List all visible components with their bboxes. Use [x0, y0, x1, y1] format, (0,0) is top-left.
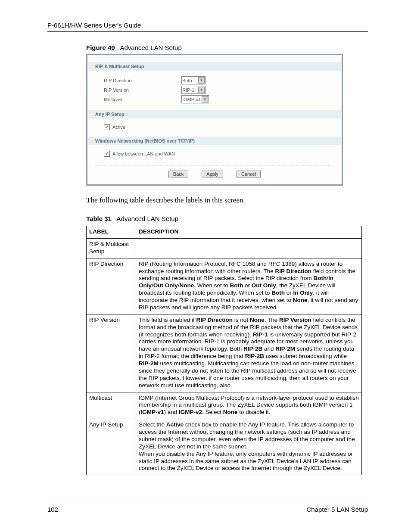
rip-version-select[interactable]: RIP-1 ▼: [181, 86, 206, 94]
figure-title: Advanced LAN Setup: [120, 44, 181, 51]
section-rip-multicast: RIP & Multicast Setup: [88, 62, 341, 71]
table-title: Advanced LAN Setup: [117, 215, 178, 222]
apply-button[interactable]: Apply: [202, 171, 223, 177]
table-row: MulticastIGMP (Internet Group Multicast …: [87, 392, 362, 419]
chevron-down-icon: ▼: [202, 96, 208, 103]
rip-direction-select[interactable]: Both ▼: [181, 76, 206, 84]
cell-label: RIP Direction: [87, 258, 136, 314]
footer-rule: [47, 503, 368, 503]
multicast-select[interactable]: IGMP-v1 ▼: [181, 95, 209, 103]
active-label: Active: [112, 124, 125, 130]
page-number: 102: [47, 506, 58, 513]
table-row: RIP DirectionRIP (Routing Information Pr…: [87, 258, 362, 314]
th-label: LABEL: [87, 226, 136, 239]
header-rule: [47, 31, 368, 32]
cell-description: [136, 238, 362, 258]
cancel-button[interactable]: Cancel: [237, 171, 261, 177]
description-table: LABEL DESCRIPTION RIP & Multicast SetupR…: [86, 226, 362, 475]
chapter-title: Chapter 5 LAN Setup: [306, 506, 368, 513]
chevron-down-icon: ▼: [198, 77, 205, 84]
multicast-label: Multicast: [104, 97, 181, 102]
allow-lan-wan-checkbox[interactable]: ✔: [104, 151, 110, 157]
cell-label: Any IP Setup: [87, 419, 136, 475]
cell-label: Multicast: [87, 392, 136, 419]
table-caption: Table 31 Advanced LAN Setup: [86, 215, 368, 222]
section-windows-networking: Windows Networking (NetBIOS over TCP/IP): [88, 137, 341, 145]
chevron-down-icon: ▼: [198, 87, 205, 93]
table-row: Any IP SetupSelect the Active check box …: [87, 419, 362, 475]
figure-label: Figure 49: [86, 44, 115, 51]
cell-description: IGMP (Internet Group Multicast Protocol)…: [136, 392, 362, 419]
cell-description: RIP (Routing Information Protocol, RFC 1…: [136, 258, 362, 314]
cell-label: RIP Version: [87, 314, 136, 392]
intro-paragraph: The following table describes the labels…: [86, 196, 368, 205]
cell-description: Select the Active check box to enable th…: [136, 419, 362, 475]
cell-description: This field is enabled if RIP Direction i…: [136, 314, 362, 392]
table-row: RIP VersionThis field is enabled if RIP …: [87, 314, 362, 392]
running-header: P-661H/HW Series User's Guide: [47, 22, 368, 29]
table-row: RIP & Multicast Setup: [87, 238, 362, 258]
section-any-ip: Any IP Setup: [88, 110, 341, 118]
back-button[interactable]: Back: [168, 171, 188, 177]
table-label: Table 31: [86, 215, 112, 222]
th-description: DESCRIPTION: [136, 226, 362, 239]
embedded-screenshot: RIP & Multicast Setup RIP Direction Both…: [86, 54, 343, 186]
figure-caption: Figure 49 Advanced LAN Setup: [86, 44, 368, 51]
rip-version-label: RIP Version: [104, 87, 181, 93]
active-checkbox[interactable]: ✔: [104, 124, 110, 130]
cell-label: RIP & Multicast Setup: [87, 238, 136, 258]
allow-lan-wan-label: Allow between LAN and WAN: [112, 151, 175, 156]
rip-direction-label: RIP Direction: [104, 78, 181, 83]
